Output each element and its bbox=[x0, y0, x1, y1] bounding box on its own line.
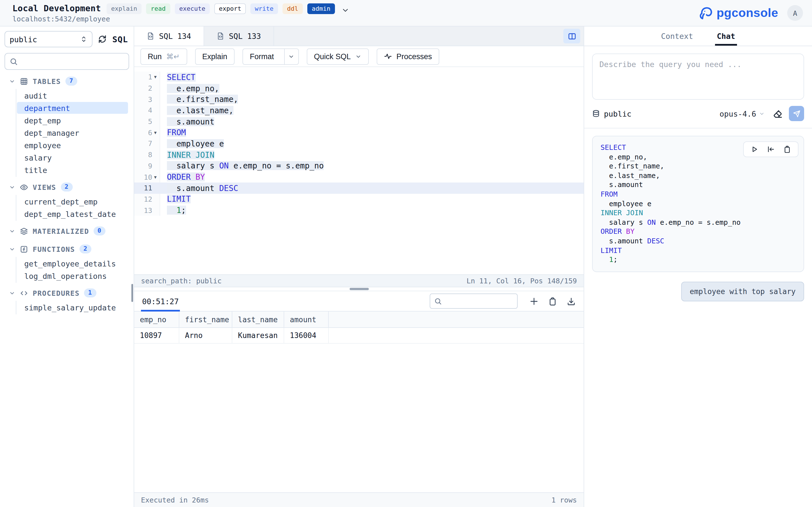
sidebar-scrollbar-thumb[interactable] bbox=[132, 284, 133, 302]
results-search[interactable] bbox=[430, 293, 518, 309]
schema-tree: TABLES7auditdepartmentdept_empdept_manag… bbox=[0, 73, 134, 314]
assistant-tabs: Context Chat bbox=[584, 26, 812, 46]
format-button[interactable]: Format bbox=[243, 48, 299, 64]
file-code-icon bbox=[147, 32, 154, 40]
copy-results-icon[interactable] bbox=[548, 297, 557, 305]
token-pl bbox=[191, 172, 195, 181]
pane-resize-strip[interactable] bbox=[134, 287, 583, 291]
line-number-value: 13 bbox=[144, 206, 152, 214]
selection-highlight: SELECT bbox=[167, 73, 195, 82]
sidebar-item-department[interactable]: department bbox=[17, 102, 128, 114]
section-header-views[interactable]: VIEWS2 bbox=[0, 179, 134, 195]
section-header-procedures[interactable]: PROCEDURES1 bbox=[0, 285, 134, 301]
badge-export: export bbox=[214, 3, 246, 14]
send-button[interactable] bbox=[789, 106, 804, 121]
tab-label: SQL 133 bbox=[229, 32, 261, 41]
badge-explain: explain bbox=[107, 3, 142, 14]
editor-line-9[interactable]: 9 salary s ON e.emp_no = s.emp_no bbox=[134, 160, 583, 171]
sidebar-search-input[interactable] bbox=[21, 57, 124, 66]
download-results-icon[interactable] bbox=[567, 297, 576, 305]
selection-highlight: 1; bbox=[167, 206, 186, 215]
editor-line-13[interactable]: 13 1; bbox=[134, 205, 583, 216]
quick-sql-button[interactable]: Quick SQL bbox=[306, 48, 369, 64]
table-row[interactable]: 10897ArnoKumaresan136004 bbox=[134, 328, 583, 344]
section-header-tables[interactable]: TABLES7 bbox=[0, 73, 134, 89]
sidebar-item-employee[interactable]: employee bbox=[17, 139, 128, 151]
fold-marker[interactable]: ▼ bbox=[152, 130, 158, 135]
editor-line-6[interactable]: 6▼FROM bbox=[134, 127, 583, 138]
tab-chat[interactable]: Chat bbox=[715, 26, 737, 46]
sidebar-item-dept_emp[interactable]: dept_emp bbox=[17, 114, 128, 126]
editor-line-7[interactable]: 7 employee e bbox=[134, 138, 583, 149]
editor-line-1[interactable]: 1▼SELECT bbox=[134, 71, 583, 82]
editor-line-5[interactable]: 5 s.amount bbox=[134, 116, 583, 127]
avatar[interactable]: A bbox=[787, 5, 803, 21]
token-pl: e.emp_no = s.emp_no bbox=[656, 218, 741, 226]
processes-button[interactable]: Processes bbox=[377, 48, 439, 64]
editor-line-10[interactable]: 10▼ORDER BY bbox=[134, 171, 583, 182]
editor-line-3[interactable]: 3 e.first_name, bbox=[134, 94, 583, 105]
resize-handle[interactable] bbox=[349, 288, 368, 290]
section-header-functions[interactable]: FUNCTIONS2 bbox=[0, 241, 134, 257]
copy-sql-icon[interactable] bbox=[783, 145, 791, 153]
badge-write: write bbox=[250, 3, 278, 14]
sidebar-item-simple_salary_update[interactable]: simple_salary_update bbox=[17, 301, 128, 313]
send-icon bbox=[793, 110, 801, 117]
editor-line-11[interactable]: 11 s.amount DESC bbox=[134, 182, 583, 193]
clear-chat-icon[interactable] bbox=[772, 108, 783, 119]
split-panel-icon bbox=[567, 32, 576, 40]
explain-button[interactable]: Explain bbox=[195, 48, 235, 64]
section-header-materialized[interactable]: MATERIALIZED0 bbox=[0, 223, 134, 239]
column-header-first_name[interactable]: first_name bbox=[179, 312, 232, 327]
sidebar-item-title[interactable]: title bbox=[17, 164, 128, 176]
tab-sql-134[interactable]: SQL 134 bbox=[134, 26, 204, 46]
refresh-icon[interactable] bbox=[98, 34, 107, 44]
fold-marker[interactable]: ▼ bbox=[152, 174, 158, 179]
add-result-tab-icon[interactable] bbox=[529, 297, 539, 305]
editor-line-2[interactable]: 2 e.emp_no, bbox=[134, 82, 583, 94]
column-header-last_name[interactable]: last_name bbox=[232, 312, 284, 327]
chat-prompt-input[interactable] bbox=[592, 54, 804, 100]
query-workspace: SQL 134SQL 133 Run ⌘↵ Explain Format Qui… bbox=[134, 26, 584, 507]
sidebar-item-salary[interactable]: salary bbox=[17, 152, 128, 163]
fold-marker[interactable]: ▼ bbox=[152, 75, 158, 80]
editor-line-4[interactable]: 4 e.last_name, bbox=[134, 105, 583, 116]
editor-line-8[interactable]: 8INNER JOIN bbox=[134, 149, 583, 160]
result-set-tab[interactable]: 00:51:27 bbox=[141, 291, 180, 311]
connection-info[interactable]: Local Development explainreadexecuteexpo… bbox=[12, 3, 349, 23]
insert-to-editor-icon[interactable] bbox=[767, 145, 775, 153]
chevron-down-icon bbox=[9, 78, 15, 84]
sidebar-item-audit[interactable]: audit bbox=[17, 90, 128, 101]
tab-context[interactable]: Context bbox=[659, 26, 695, 46]
run-button[interactable]: Run ⌘↵ bbox=[140, 48, 187, 64]
cell-first_name: Arno bbox=[179, 328, 232, 343]
run-sql-icon[interactable] bbox=[751, 145, 758, 153]
column-header-emp_no[interactable]: emp_no bbox=[134, 312, 179, 327]
model-selector[interactable]: opus-4.6 bbox=[719, 109, 765, 118]
split-editor-button[interactable] bbox=[563, 29, 580, 43]
sidebar-item-log_dml_operations[interactable]: log_dml_operations bbox=[17, 270, 128, 282]
sidebar-search[interactable] bbox=[4, 53, 129, 70]
sql-mode-label[interactable]: SQL bbox=[112, 35, 128, 44]
sql-editor[interactable]: 1▼SELECT2 e.emp_no,3 e.first_name,4 e.la… bbox=[134, 67, 583, 274]
column-header-amount[interactable]: amount bbox=[284, 312, 329, 327]
selection-highlight: ORDER BY bbox=[167, 172, 205, 181]
section-items: get_employee_detailslog_dml_operations bbox=[16, 257, 134, 283]
line-number: 5 bbox=[134, 116, 160, 127]
sidebar-item-get_employee_details[interactable]: get_employee_details bbox=[17, 258, 128, 269]
sidebar-item-current_dept_emp[interactable]: current_dept_emp bbox=[17, 195, 128, 207]
token-by: BY bbox=[626, 227, 635, 236]
editor-line-12[interactable]: 12LIMIT bbox=[134, 193, 583, 205]
results-search-input[interactable] bbox=[446, 297, 513, 305]
line-number-value: 3 bbox=[148, 95, 152, 103]
format-dropdown-toggle[interactable] bbox=[284, 49, 298, 64]
sidebar-item-dept_emp_latest_date[interactable]: dept_emp_latest_date bbox=[17, 208, 128, 220]
schema-select[interactable]: public bbox=[4, 31, 93, 47]
chevron-down-icon[interactable] bbox=[342, 6, 349, 14]
chevron-down-icon bbox=[9, 290, 15, 296]
selection-highlight: FROM bbox=[167, 128, 186, 137]
sidebar-item-dept_manager[interactable]: dept_manager bbox=[17, 127, 128, 138]
token-pl: ; bbox=[613, 255, 617, 264]
tab-sql-133[interactable]: SQL 133 bbox=[204, 26, 274, 46]
schema-context-chip[interactable]: public bbox=[592, 109, 631, 118]
